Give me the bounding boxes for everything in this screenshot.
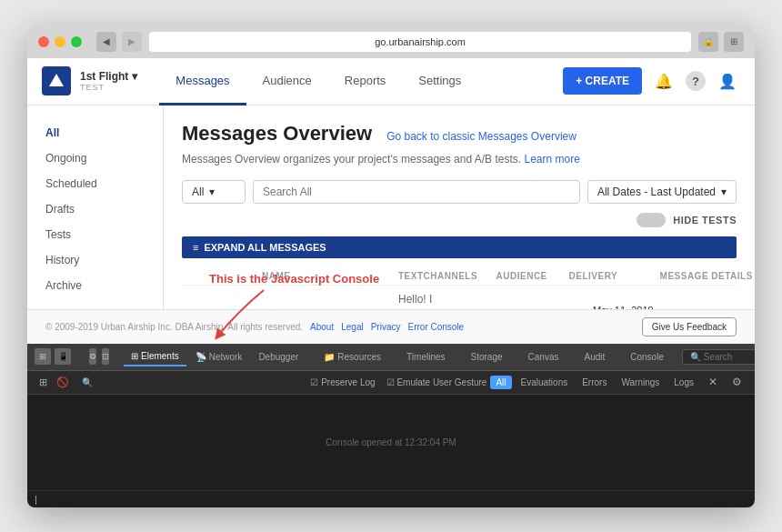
help-icon[interactable]: ? <box>686 71 706 91</box>
page-title: Messages Overview <box>182 122 372 146</box>
date-chevron-icon: ▾ <box>721 186 727 198</box>
app-inner: 1st Flight ▾ TEST Messages Audience Repo… <box>27 58 755 507</box>
dt-tab-network[interactable]: 📡 Network <box>188 348 250 366</box>
browser-titlebar: ◀ ▶ go.urbanairship.com 🔒 ⊞ <box>27 25 755 58</box>
col-header-text: TEXT <box>398 271 424 281</box>
brand-sub: TEST <box>80 83 137 92</box>
maximize-traffic-light[interactable] <box>71 36 82 47</box>
tab-settings[interactable]: Settings <box>402 58 477 105</box>
console-cursor-indicator: | <box>35 494 37 505</box>
top-navigation: 1st Flight ▾ TEST Messages Audience Repo… <box>27 58 755 105</box>
filter-row: All ▾ All Dates - Last Updated ▾ <box>182 180 737 204</box>
dropdown-icon[interactable]: ▾ <box>132 70 137 83</box>
devtools-toolbar: ⊞ 📱 ⚙ ⊡ ⊞ Elements 📡 Network Debugger <box>27 344 755 371</box>
svg-marker-0 <box>49 74 64 86</box>
devtools-device-icon[interactable]: 📱 <box>55 348 71 365</box>
manage-composer-favorites[interactable]: Manage Composer Favorites ↗ <box>27 298 163 309</box>
table-header: NAME TEXT CHANNELS AUDIENCE DELIVERY MES… <box>182 267 737 286</box>
browser-actions: 🔒 ⊞ <box>698 32 744 52</box>
dt-tab-debugger[interactable]: Debugger <box>251 348 306 366</box>
sidebar-item-drafts[interactable]: Drafts <box>27 196 163 222</box>
devtools-settings-icon[interactable]: ⚙ <box>89 348 96 365</box>
table-row: SENT Untitled Hello! I am a push notific… <box>182 286 737 309</box>
dt-tab-elements[interactable]: ⊞ Elements <box>124 347 186 366</box>
privacy-link[interactable]: Privacy <box>371 322 401 332</box>
date-filter-select[interactable]: All Dates - Last Updated ▾ <box>587 180 737 204</box>
search-input[interactable] <box>253 180 580 204</box>
dt-filter-input[interactable] <box>96 377 169 387</box>
devtools-inspect-icon[interactable]: ⊞ <box>35 348 51 365</box>
close-traffic-light[interactable] <box>38 36 49 47</box>
col-header-channels: CHANNELS <box>424 271 496 281</box>
share-icon: ⊞ <box>724 32 744 52</box>
dt-filter-warnings[interactable]: Warnings <box>616 376 665 389</box>
devtools-icon-group: ⊞ 📱 <box>35 348 71 365</box>
url-text: go.urbanairship.com <box>375 36 466 47</box>
tab-reports[interactable]: Reports <box>328 58 403 105</box>
app-footer: © 2009-2019 Urban Airship Inc. DBA Airsh… <box>27 309 755 344</box>
dt-filter-evaluations[interactable]: Evaluations <box>516 376 574 389</box>
nav-tabs: Messages Audience Reports Settings <box>159 58 563 105</box>
back-button[interactable]: ◀ <box>96 32 116 52</box>
dt-filter-icon[interactable]: ⊞ <box>35 374 51 390</box>
hide-tests-toggle[interactable] <box>637 213 666 227</box>
devtools-input-row: | <box>27 490 755 507</box>
learn-more-link[interactable]: Learn more <box>524 153 579 166</box>
legal-link[interactable]: Legal <box>341 322 363 332</box>
console-opened-text: Console opened at 12:32:04 PM <box>326 437 456 447</box>
sidebar-item-archive[interactable]: Archive <box>27 273 163 298</box>
dt-filter-all[interactable]: All <box>490 376 511 389</box>
notifications-icon[interactable]: 🔔 <box>651 68 677 94</box>
feedback-button[interactable]: Give Us Feedback <box>642 317 737 336</box>
col-header-type <box>189 271 262 281</box>
devtools-search[interactable] <box>682 349 755 365</box>
row-text: Hello! I am a push notificati... <box>398 293 447 309</box>
main-area: All Ongoing Scheduled Drafts Tests Histo… <box>27 105 755 309</box>
sidebar: All Ongoing Scheduled Drafts Tests Histo… <box>27 105 164 309</box>
brand-info: 1st Flight ▾ TEST <box>80 70 137 92</box>
devtools-content: Console opened at 12:32:04 PM <box>27 395 755 490</box>
dt-tab-timelines[interactable]: Timelines <box>399 348 452 366</box>
dt-filter-errors[interactable]: Errors <box>576 376 612 389</box>
devtools-subtoolbar: ⊞ 🚫 🔍 ☑ Preserve Log ☑ Emulate User Gest… <box>27 371 755 395</box>
address-bar[interactable]: go.urbanairship.com <box>149 32 691 52</box>
app-content: 1st Flight ▾ TEST Messages Audience Repo… <box>27 58 755 344</box>
col-header-details: MESSAGE DETAILS <box>660 271 755 281</box>
about-link[interactable]: About <box>310 322 334 332</box>
error-console-link[interactable]: Error Console <box>407 322 464 332</box>
minimize-traffic-light[interactable] <box>55 36 65 47</box>
dt-sub-close[interactable]: ✕ <box>703 374 723 390</box>
brand-name[interactable]: 1st Flight ▾ <box>80 70 137 83</box>
traffic-lights <box>38 36 82 47</box>
nav-right: + CREATE 🔔 ? 👤 <box>563 67 740 95</box>
dt-tab-canvas[interactable]: Canvas <box>521 348 566 366</box>
copyright-text: © 2009-2019 Urban Airship Inc. DBA Airsh… <box>45 322 303 332</box>
classic-link[interactable]: Go back to classic Messages Overview <box>386 130 576 143</box>
browser-navigation: ◀ ▶ <box>96 32 142 52</box>
user-icon[interactable]: 👤 <box>715 68 740 94</box>
sidebar-item-ongoing[interactable]: Ongoing <box>27 146 163 171</box>
devtools-panel: ⊞ 📱 ⚙ ⊡ ⊞ Elements 📡 Network Debugger <box>27 344 755 507</box>
dt-tab-resources[interactable]: 📁 Resources <box>316 348 388 366</box>
dt-filter-logs[interactable]: Logs <box>668 376 699 389</box>
dt-tab-console[interactable]: Console <box>623 348 671 366</box>
lock-icon: 🔒 <box>698 32 718 52</box>
dt-clear-icon[interactable]: 🚫 <box>55 374 71 390</box>
dt-sub-settings[interactable]: ⚙ <box>727 374 747 390</box>
sidebar-item-scheduled[interactable]: Scheduled <box>27 171 163 196</box>
forward-button[interactable]: ▶ <box>122 32 142 52</box>
dt-tab-audit[interactable]: Audit <box>576 348 612 366</box>
sidebar-item-all[interactable]: All <box>27 120 163 146</box>
tab-messages[interactable]: Messages <box>159 58 246 105</box>
sidebar-item-history[interactable]: History <box>27 247 163 273</box>
filter-all-select[interactable]: All ▾ <box>182 180 246 204</box>
tab-audience[interactable]: Audience <box>246 58 328 105</box>
devtools-dock-icon[interactable]: ⊡ <box>102 348 109 365</box>
hide-tests-label: HIDE TESTS <box>673 215 737 226</box>
expand-all-bar[interactable]: ≡ EXPAND ALL MESSAGES <box>182 236 737 258</box>
create-button[interactable]: + CREATE <box>563 67 642 95</box>
sidebar-item-tests[interactable]: Tests <box>27 222 163 247</box>
logo-area: 1st Flight ▾ TEST <box>42 66 137 95</box>
chevron-down-icon: ▾ <box>209 186 215 198</box>
dt-tab-storage[interactable]: Storage <box>464 348 510 366</box>
